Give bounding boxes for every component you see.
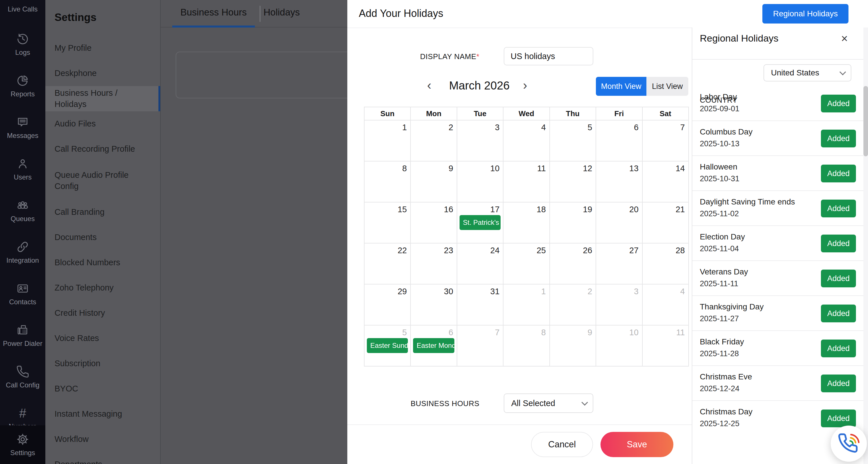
calendar-cell[interactable]: 3 <box>596 285 642 326</box>
calendar-cell[interactable]: 28 <box>643 243 689 285</box>
added-button[interactable]: Added <box>821 270 856 287</box>
settings-menu-item-queue-audio-profile-config[interactable]: Queue Audio Profile Config <box>45 162 161 200</box>
calendar-cell[interactable]: 4 <box>503 121 550 161</box>
close-icon[interactable]: × <box>838 32 851 45</box>
list-view-button[interactable]: List View <box>646 77 688 96</box>
sidebar-item-users[interactable]: Users <box>0 148 45 190</box>
calendar-cell[interactable]: 3 <box>457 121 503 161</box>
calendar-cell[interactable]: 13 <box>596 161 642 202</box>
settings-menu-item-zoho-telephony[interactable]: Zoho Telephony <box>45 275 161 301</box>
settings-menu-item-business-hours-holidays[interactable]: Business Hours / Holidays <box>45 86 161 111</box>
calendar-cell[interactable]: 4 <box>643 285 689 326</box>
added-button[interactable]: Added <box>821 130 856 147</box>
calendar-cell[interactable]: 30 <box>411 285 457 326</box>
icon-sidebar: Live CallsLogsReportsMessagesUsersQueues… <box>0 0 45 464</box>
calendar-cell[interactable]: 17St. Patrick's <box>457 202 503 243</box>
calendar-cell[interactable]: 20 <box>596 202 642 243</box>
sidebar-item-settings[interactable]: Settings <box>0 425 45 464</box>
calendar-cell[interactable]: 14 <box>643 161 689 202</box>
settings-menu-item-subscription[interactable]: Subscription <box>45 351 161 376</box>
calendar-cell[interactable]: 2 <box>411 121 457 161</box>
calendar-cell[interactable]: 22 <box>365 243 411 285</box>
sidebar-item-contacts[interactable]: Contacts <box>0 273 45 314</box>
sidebar-item-reports[interactable]: Reports <box>0 65 45 107</box>
cancel-button[interactable]: Cancel <box>531 432 593 457</box>
calendar-cell[interactable]: 11 <box>503 161 550 202</box>
added-button[interactable]: Added <box>821 339 856 357</box>
added-button[interactable]: Added <box>821 409 856 427</box>
calendar-cell[interactable]: 6 <box>596 121 642 161</box>
settings-menu-item-audio-files[interactable]: Audio Files <box>45 111 161 136</box>
sidebar-item-queues[interactable]: Queues <box>0 190 45 231</box>
tab-business-hours[interactable]: Business Hours <box>172 7 255 18</box>
calendar-cell[interactable]: 6Easter Monday <box>411 326 457 366</box>
calendar-cell[interactable]: 1 <box>365 121 411 161</box>
calendar-cell[interactable]: 12 <box>550 161 596 202</box>
settings-menu-item-my-profile[interactable]: My Profile <box>45 36 161 61</box>
added-button[interactable]: Added <box>821 95 856 112</box>
added-button[interactable]: Added <box>821 304 856 322</box>
calendar-cell[interactable]: 24 <box>457 243 503 285</box>
calendar-cell[interactable]: 1 <box>503 285 550 326</box>
calendar-cell[interactable]: 27 <box>596 243 642 285</box>
calendar-cell[interactable]: 25 <box>503 243 550 285</box>
calendar-cell[interactable]: 7 <box>643 121 689 161</box>
calendar-cell[interactable]: 8 <box>365 161 411 202</box>
country-select[interactable]: United States <box>764 64 851 81</box>
calendar-cell[interactable]: 2 <box>550 285 596 326</box>
save-button[interactable]: Save <box>600 432 673 457</box>
settings-menu-item-departments[interactable]: Departments <box>45 452 161 464</box>
sidebar-item-power-dialer[interactable]: Power Dialer <box>0 314 45 356</box>
day-number: 3 <box>634 287 639 296</box>
regional-holidays-button[interactable]: Regional Holidays <box>763 4 848 24</box>
added-button[interactable]: Added <box>821 200 856 218</box>
calendar-cell[interactable]: 9 <box>411 161 457 202</box>
business-hours-select[interactable]: All Selected <box>504 393 593 413</box>
calendar-cell[interactable]: 18 <box>503 202 550 243</box>
settings-menu-item-call-branding[interactable]: Call Branding <box>45 200 161 225</box>
added-button[interactable]: Added <box>821 374 856 392</box>
calendar-cell[interactable]: 26 <box>550 243 596 285</box>
settings-menu-item-workflow[interactable]: Workflow <box>45 427 161 452</box>
settings-menu-item-documents[interactable]: Documents <box>45 225 161 250</box>
tab-holidays[interactable]: Holidays <box>264 7 298 18</box>
sidebar-item-integration[interactable]: Integration <box>0 231 45 273</box>
sidebar-item-live-calls[interactable]: Live Calls <box>0 2 45 16</box>
settings-menu-item-byoc[interactable]: BYOC <box>45 376 161 401</box>
holiday-badge[interactable]: Easter Sunday <box>367 338 408 353</box>
calendar-cell[interactable]: 19 <box>550 202 596 243</box>
holiday-badge[interactable]: St. Patrick's <box>460 215 501 230</box>
calendar-cell[interactable]: 10 <box>457 161 503 202</box>
calendar-cell[interactable]: 5 <box>550 121 596 161</box>
calendar-cell[interactable]: 9 <box>550 326 596 366</box>
voice-phone-fab[interactable] <box>831 426 867 462</box>
calendar-cell[interactable]: 31 <box>457 285 503 326</box>
sidebar-item-logs[interactable]: Logs <box>0 24 45 65</box>
display-name-input[interactable] <box>504 47 593 65</box>
calendar-cell[interactable]: 23 <box>411 243 457 285</box>
settings-menu-item-deskphone[interactable]: Deskphone <box>45 61 161 86</box>
sidebar-item-call-config[interactable]: Call Config <box>0 356 45 398</box>
calendar-cell[interactable]: 5Easter Sunday <box>365 326 411 366</box>
panel-scrollbar-thumb[interactable] <box>863 86 868 156</box>
settings-menu-item-blocked-numbers[interactable]: Blocked Numbers <box>45 250 161 275</box>
sidebar-item-messages[interactable]: Messages <box>0 107 45 148</box>
calendar-cell[interactable]: 21 <box>643 202 689 243</box>
calendar-next-icon[interactable]: › <box>523 78 527 92</box>
calendar-cell[interactable]: 15 <box>365 202 411 243</box>
holiday-badge[interactable]: Easter Monday <box>413 338 454 353</box>
month-view-button[interactable]: Month View <box>596 77 646 96</box>
calendar-cell[interactable]: 11 <box>643 326 689 366</box>
calendar-prev-icon[interactable]: ‹ <box>427 78 431 92</box>
added-button[interactable]: Added <box>821 165 856 183</box>
calendar-cell[interactable]: 7 <box>457 326 503 366</box>
settings-menu-item-voice-rates[interactable]: Voice Rates <box>45 326 161 351</box>
added-button[interactable]: Added <box>821 235 856 252</box>
calendar-cell[interactable]: 8 <box>503 326 550 366</box>
calendar-cell[interactable]: 29 <box>365 285 411 326</box>
settings-menu-item-call-recording-profile[interactable]: Call Recording Profile <box>45 136 161 162</box>
calendar-cell[interactable]: 16 <box>411 202 457 243</box>
calendar-cell[interactable]: 10 <box>596 326 642 366</box>
settings-menu-item-credit-history[interactable]: Credit History <box>45 301 161 326</box>
settings-menu-item-instant-messaging[interactable]: Instant Messaging <box>45 401 161 427</box>
